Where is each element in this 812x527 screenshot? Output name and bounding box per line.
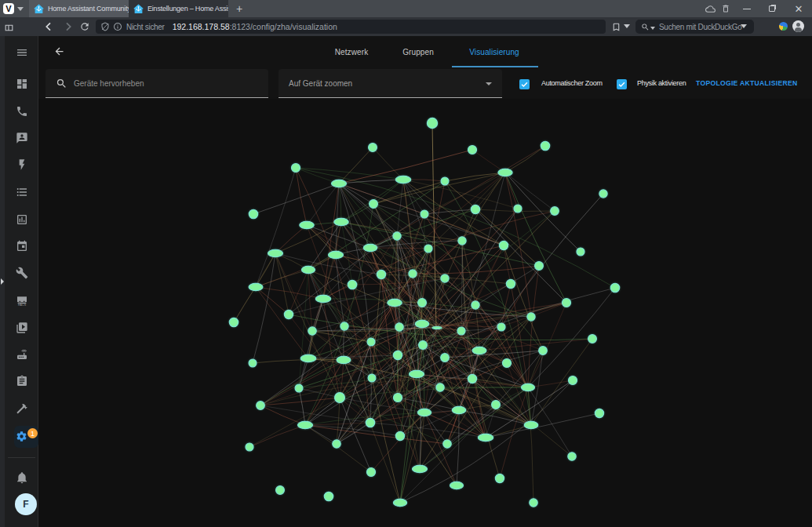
svg-text:HACS: HACS	[17, 303, 26, 307]
